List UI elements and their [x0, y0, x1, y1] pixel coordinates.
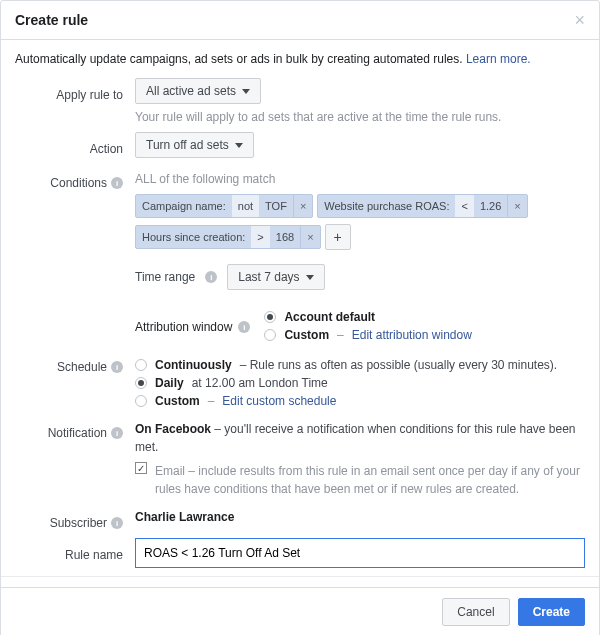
info-icon[interactable]: i	[111, 177, 123, 189]
schedule-custom-radio[interactable]	[135, 395, 147, 407]
email-checkbox[interactable]: ✓	[135, 462, 147, 474]
label-rule-name: Rule name	[15, 538, 135, 562]
notification-fb-label: On Facebook	[135, 422, 211, 436]
rule-name-input[interactable]	[135, 538, 585, 568]
info-icon[interactable]: i	[111, 361, 123, 373]
attribution-default-label: Account default	[284, 310, 375, 324]
add-condition-button[interactable]: +	[325, 224, 351, 250]
time-range-value: Last 7 days	[238, 270, 299, 284]
info-icon[interactable]: i	[238, 321, 250, 333]
chip-val: 168	[270, 226, 300, 248]
time-range-label: Time range	[135, 270, 195, 284]
label-conditions: Conditions	[50, 176, 107, 190]
schedule-daily-desc: at 12.00 am London Time	[192, 376, 328, 390]
caret-down-icon	[235, 143, 243, 148]
notification-email-desc: – include results from this rule in an e…	[155, 464, 580, 496]
modal-title: Create rule	[15, 12, 88, 28]
chip-val: TOF	[259, 195, 293, 217]
chip-op: >	[251, 226, 269, 248]
attribution-custom-radio[interactable]	[264, 329, 276, 341]
chip-remove-icon[interactable]: ×	[507, 195, 526, 217]
info-icon[interactable]: i	[111, 517, 123, 529]
subscriber-name: Charlie Lawrance	[135, 510, 234, 524]
create-button[interactable]: Create	[518, 598, 585, 626]
condition-chip[interactable]: Campaign name: not TOF ×	[135, 194, 313, 218]
label-action: Action	[15, 132, 135, 156]
action-value: Turn off ad sets	[146, 138, 229, 152]
attribution-label: Attribution window	[135, 320, 232, 334]
schedule-custom-label: Custom	[155, 394, 200, 408]
attribution-default-radio[interactable]	[264, 311, 276, 323]
chip-field: Website purchase ROAS:	[318, 195, 455, 217]
schedule-continuous-label: Continuously	[155, 358, 232, 372]
schedule-daily-radio[interactable]	[135, 377, 147, 389]
info-icon[interactable]: i	[111, 427, 123, 439]
label-apply-rule-to: Apply rule to	[15, 78, 135, 102]
caret-down-icon	[306, 275, 314, 280]
conditions-header: ALL of the following match	[135, 172, 585, 186]
action-dropdown[interactable]: Turn off ad sets	[135, 132, 254, 158]
label-schedule: Schedule	[57, 360, 107, 374]
edit-attribution-link[interactable]: Edit attribution window	[352, 328, 472, 342]
chip-val: 1.26	[474, 195, 507, 217]
time-range-dropdown[interactable]: Last 7 days	[227, 264, 324, 290]
info-icon[interactable]: i	[205, 271, 217, 283]
apply-rule-to-help: Your rule will apply to ad sets that are…	[135, 110, 585, 124]
chip-op: <	[455, 195, 473, 217]
chip-field: Hours since creation:	[136, 226, 251, 248]
close-icon[interactable]: ×	[574, 11, 585, 29]
notification-email-label: Email	[155, 464, 185, 478]
label-notification: Notification	[48, 426, 107, 440]
cancel-button[interactable]: Cancel	[442, 598, 509, 626]
label-subscriber: Subscriber	[50, 516, 107, 530]
chip-remove-icon[interactable]: ×	[293, 195, 312, 217]
chip-op: not	[232, 195, 259, 217]
attribution-custom-label: Custom	[284, 328, 329, 342]
chip-remove-icon[interactable]: ×	[300, 226, 319, 248]
condition-chip[interactable]: Website purchase ROAS: < 1.26 ×	[317, 194, 527, 218]
learn-more-link[interactable]: Learn more.	[466, 52, 531, 66]
edit-schedule-link[interactable]: Edit custom schedule	[222, 394, 336, 408]
schedule-daily-label: Daily	[155, 376, 184, 390]
schedule-continuous-radio[interactable]	[135, 359, 147, 371]
condition-chip[interactable]: Hours since creation: > 168 ×	[135, 225, 321, 249]
schedule-continuous-desc: – Rule runs as often as possible (usuall…	[240, 358, 558, 372]
caret-down-icon	[242, 89, 250, 94]
apply-rule-to-value: All active ad sets	[146, 84, 236, 98]
chip-field: Campaign name:	[136, 195, 232, 217]
apply-rule-to-dropdown[interactable]: All active ad sets	[135, 78, 261, 104]
subtitle-text: Automatically update campaigns, ad sets …	[15, 52, 463, 66]
